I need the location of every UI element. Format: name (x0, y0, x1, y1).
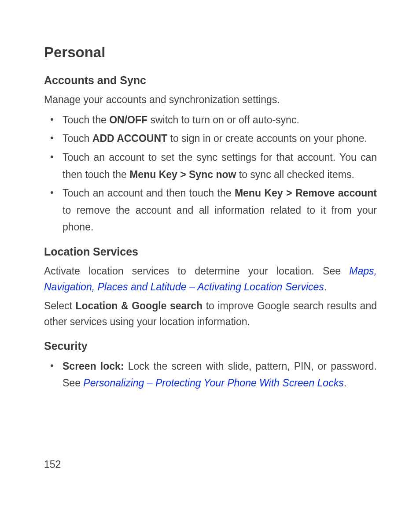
bold-text: Location & Google search (76, 300, 203, 311)
list-item: Touch the ON/OFF switch to turn on or of… (44, 111, 377, 129)
text: Touch (63, 133, 92, 144)
security-list: Screen lock: Lock the screen with slide,… (44, 358, 377, 392)
list-item: Touch an account to set the sync setting… (44, 149, 377, 183)
text: . (344, 377, 346, 389)
location-title: Location Services (44, 245, 377, 258)
accounts-title: Accounts and Sync (44, 74, 377, 87)
list-item: Touch ADD ACCOUNT to sign in or create a… (44, 130, 377, 147)
text: switch to turn on or off auto-sync. (147, 114, 299, 126)
text: Activate location services to determine … (44, 265, 349, 277)
link-personalizing-screen-locks[interactable]: Personalizing – Protecting Your Phone Wi… (83, 377, 343, 389)
text: Touch the (63, 114, 109, 126)
text: . (324, 281, 327, 293)
page-number: 152 (44, 459, 61, 471)
text: to sync all checked items. (236, 169, 354, 180)
document-page: Personal Accounts and Sync Manage your a… (0, 0, 420, 508)
location-para-1: Activate location services to determine … (44, 263, 377, 295)
bold-text: Menu Key > Sync now (129, 169, 236, 180)
page-heading: Personal (44, 44, 377, 61)
bold-text: ADD ACCOUNT (92, 133, 167, 144)
list-item: Touch an account and then touch the Menu… (44, 185, 377, 236)
bold-text: Screen lock: (63, 360, 124, 372)
text: Select (44, 300, 76, 311)
security-title: Security (44, 340, 377, 352)
text: to sign in or create accounts on your ph… (167, 133, 367, 144)
text: Touch an account and then touch the (63, 187, 235, 199)
section-location-services: Location Services Activate location serv… (44, 245, 377, 330)
text: to remove the account and all informatio… (63, 204, 377, 233)
list-item: Screen lock: Lock the screen with slide,… (44, 358, 377, 392)
location-para-2: Select Location & Google search to impro… (44, 298, 377, 330)
bold-text: ON/OFF (109, 114, 147, 126)
section-accounts-and-sync: Accounts and Sync Manage your accounts a… (44, 74, 377, 236)
accounts-intro: Manage your accounts and synchronization… (44, 92, 377, 108)
bold-text: Menu Key > Remove account (235, 187, 377, 199)
section-security: Security Screen lock: Lock the screen wi… (44, 340, 377, 392)
accounts-list: Touch the ON/OFF switch to turn on or of… (44, 111, 377, 236)
